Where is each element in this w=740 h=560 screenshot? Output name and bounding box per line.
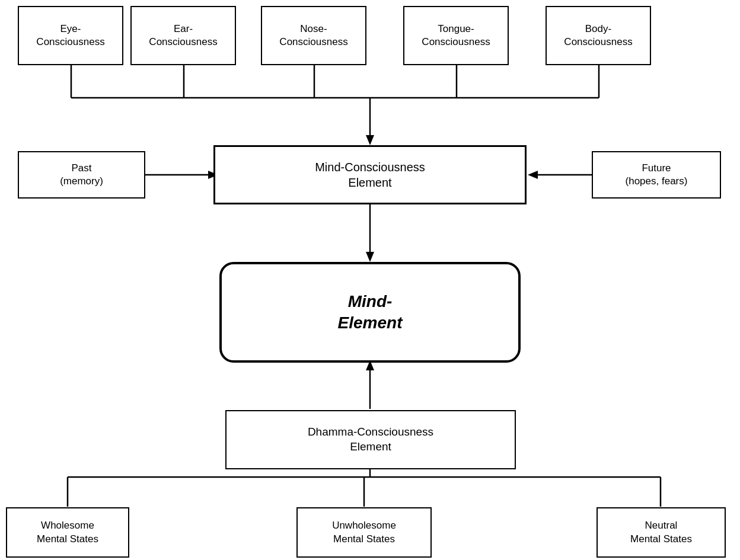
body-consciousness-box: Body-Consciousness (546, 6, 651, 65)
svg-marker-7 (366, 135, 374, 145)
future-box: Future(hopes, fears) (592, 151, 721, 199)
past-memory-box: Past(memory) (18, 151, 145, 199)
unwholesome-box: UnwholesomeMental States (296, 507, 432, 558)
neutral-box: NeutralMental States (597, 507, 726, 558)
eye-consciousness-box: Eye-Consciousness (18, 6, 123, 65)
svg-marker-13 (366, 252, 374, 262)
mind-element-box: Mind-Element (219, 262, 521, 363)
svg-marker-11 (528, 171, 538, 179)
mind-consciousness-box: Mind-ConsciousnessElement (213, 145, 527, 204)
ear-consciousness-box: Ear-Consciousness (130, 6, 236, 65)
nose-consciousness-box: Nose-Consciousness (261, 6, 366, 65)
wholesome-box: WholesomeMental States (6, 507, 129, 558)
diagram: Eye-Consciousness Ear-Consciousness Nose… (0, 0, 740, 560)
tongue-consciousness-box: Tongue-Consciousness (403, 6, 509, 65)
dhamma-consciousness-box: Dhamma-ConsciousnessElement (225, 410, 516, 469)
